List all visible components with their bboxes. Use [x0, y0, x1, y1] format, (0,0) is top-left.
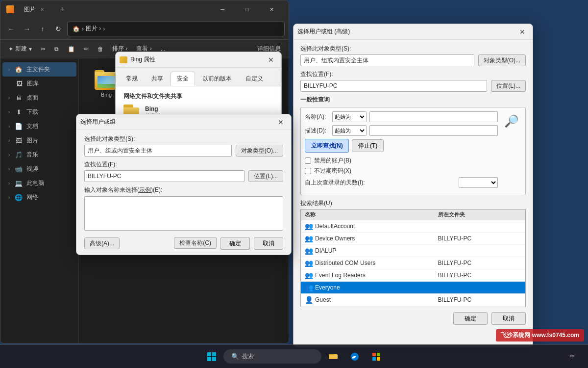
result-row[interactable]: 👥 DefaultAccount [301, 220, 525, 233]
adv-noexpiry-checkbox[interactable] [305, 168, 311, 174]
taskbar-explorer-btn[interactable] [323, 347, 343, 367]
adv-name-input[interactable] [369, 111, 498, 122]
bing-dialog-close[interactable]: ✕ [265, 54, 277, 66]
adv-location-input[interactable] [300, 80, 487, 92]
explorer-tab[interactable]: 图片 ✕ [18, 2, 51, 17]
adv-bottom-btns: 确定 取消 [300, 312, 526, 325]
back-btn[interactable]: ← [4, 22, 18, 36]
expand-icon: › [8, 152, 10, 158]
sidebar-item-documents[interactable]: › 📄 文档 [2, 119, 76, 133]
adv-noexpiry-row: 不过期密码(X) [305, 167, 498, 175]
su-location-input[interactable] [84, 170, 245, 182]
su-name-textarea[interactable] [84, 196, 283, 231]
svg-rect-5 [329, 354, 334, 355]
tab-custom[interactable]: 自定义 [239, 72, 270, 86]
tab-previous[interactable]: 以前的版本 [196, 72, 238, 86]
search-icon: 🔍 [231, 353, 239, 360]
sidebar-item-home[interactable]: › 🏠 主文件夹 [2, 62, 76, 77]
adv-cancel-btn[interactable]: 取消 [491, 312, 526, 325]
adv-close-btn[interactable]: ✕ [516, 26, 529, 38]
adv-days-select[interactable] [459, 177, 498, 188]
adv-desc-input[interactable] [369, 125, 498, 136]
su-ok-btn[interactable]: 确定 [220, 237, 250, 250]
maximize-btn[interactable]: □ [236, 0, 258, 18]
su-object-type-btn[interactable]: 对象类型(O)... [236, 145, 283, 157]
gallery-icon: 🖼 [15, 80, 23, 88]
adv-title: 选择用户或组 (高级) [297, 27, 516, 36]
cut-btn[interactable]: ✂ [37, 42, 49, 56]
taskbar-center: 🔍 搜索 [202, 347, 386, 367]
tab-share[interactable]: 共享 [145, 72, 170, 86]
result-row[interactable]: 👥 Everyone [301, 282, 525, 294]
result-row[interactable]: 👥 DIALUP [301, 245, 525, 257]
rename-btn[interactable]: ✏ [80, 42, 93, 56]
result-name: 👥 DIALUP [301, 245, 434, 257]
refresh-btn[interactable]: ↻ [51, 22, 65, 36]
minimize-btn[interactable]: ─ [211, 0, 234, 18]
adv-name-select[interactable]: 起始为 [332, 111, 367, 122]
su-location-btn[interactable]: 位置(L)... [248, 170, 283, 182]
result-row[interactable]: 👥 Event Log Readers BILLYFU-PC [301, 269, 525, 282]
su-object-type-input[interactable] [84, 145, 232, 157]
desktop-icon: 🖥 [15, 94, 23, 102]
result-row[interactable]: 👤 Guest BILLYFU-PC [301, 294, 525, 306]
result-name: 👥 Everyone [301, 282, 434, 293]
start-btn[interactable] [202, 347, 221, 367]
adv-results-list[interactable]: 名称 所在文件夹 👥 DefaultAccount 👥 Device Owner… [300, 209, 526, 307]
sidebar-item-downloads[interactable]: › ⬇ 下载 [2, 105, 76, 119]
col-name: 名称 [301, 210, 434, 220]
adv-object-type-btn[interactable]: 对象类型(O)... [478, 54, 526, 66]
sidebar-item-network[interactable]: › 🌐 网络 [2, 190, 76, 205]
sidebar-item-videos[interactable]: › 📹 视频 [2, 162, 76, 176]
su-cancel-btn[interactable]: 取消 [254, 237, 283, 250]
tab-close-btn[interactable]: ✕ [39, 6, 46, 13]
network-icon: 🌐 [15, 194, 23, 202]
sidebar-item-computer[interactable]: › 💻 此电脑 [2, 176, 76, 190]
system-tray[interactable]: 中 [563, 347, 582, 367]
address-bar[interactable]: 🏠 › 图片 › › [67, 22, 285, 36]
music-icon: 🎵 [15, 151, 23, 159]
su-advanced-btn[interactable]: 高级(A)... [84, 237, 120, 249]
expand-icon: › [8, 166, 10, 172]
su-close-btn[interactable]: ✕ [274, 116, 287, 128]
delete-btn[interactable]: 🗑 [94, 42, 107, 56]
result-row[interactable]: 👥 Device Owners BILLYFU-PC [301, 233, 525, 245]
result-row[interactable]: 👥 Distributed COM Users BILLYFU-PC [301, 257, 525, 269]
result-name: 👥 Event Log Readers [301, 269, 434, 281]
sidebar-item-music[interactable]: › 🎵 音乐 [2, 148, 76, 162]
su-check-btn[interactable]: 检查名称(C) [174, 237, 217, 249]
result-location: BILLYFU-PC [434, 307, 525, 307]
navigation-toolbar: ← → ↑ ↻ 🏠 › 图片 › › [0, 18, 289, 40]
adv-object-type-input[interactable] [300, 54, 474, 66]
tab-general[interactable]: 常规 [120, 72, 144, 86]
sidebar-label: 此电脑 [26, 179, 44, 187]
sidebar-item-pictures[interactable]: › 🖼 图片 [2, 133, 76, 148]
taskbar-store-btn[interactable] [367, 347, 386, 367]
result-icon: 👤 [305, 296, 313, 304]
sidebar-item-desktop[interactable]: › 🖥 桌面 [2, 91, 76, 105]
new-btn[interactable]: ✦ 新建 ▾ [4, 42, 36, 56]
svg-rect-9 [372, 357, 376, 361]
result-row[interactable]: 👥 Guests BILLYFU-PC [301, 306, 525, 307]
taskbar-search[interactable]: 🔍 搜索 [223, 349, 321, 364]
tab-security[interactable]: 安全 [171, 72, 195, 86]
up-btn[interactable]: ↑ [36, 22, 49, 36]
adv-ok-btn[interactable]: 确定 [453, 312, 488, 325]
expand-icon: › [8, 138, 10, 143]
sidebar-label: 音乐 [26, 151, 38, 159]
close-btn[interactable]: ✕ [260, 0, 283, 18]
sidebar-label: 视频 [26, 165, 38, 173]
taskbar-edge-btn[interactable] [345, 347, 365, 367]
new-tab-btn[interactable]: + [55, 2, 69, 16]
adv-location-btn[interactable]: 位置(L)... [491, 80, 526, 92]
forward-btn[interactable]: → [20, 22, 34, 36]
paste-btn[interactable]: 📋 [64, 42, 79, 56]
expand-icon: › [8, 181, 10, 186]
computer-icon: 💻 [15, 180, 23, 187]
adv-disabled-checkbox[interactable] [305, 158, 311, 164]
copy-btn[interactable]: ⧉ [50, 42, 63, 56]
sidebar-item-gallery[interactable]: 🖼 图库 [2, 77, 76, 91]
adv-stop-btn[interactable]: 停止(T) [352, 139, 384, 152]
adv-search-now-btn[interactable]: 立即查找(N) [305, 139, 349, 153]
adv-desc-select[interactable]: 起始为 [332, 125, 367, 136]
